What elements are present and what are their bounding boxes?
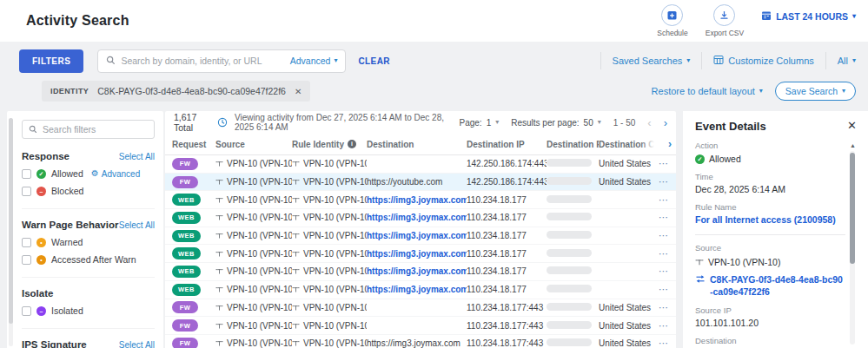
tunnel-icon <box>292 322 300 330</box>
destination-country: United States <box>599 159 654 168</box>
destination-link[interactable]: https://img3.joymax.com <box>367 249 467 259</box>
source-cell: VPN-10 (VPN-10) <box>215 303 292 312</box>
row-actions-menu[interactable]: ⋯ <box>654 320 676 332</box>
row-actions-menu[interactable]: ⋯ <box>654 284 676 295</box>
scroll-up-arrow-icon[interactable]: ▲ <box>850 142 856 148</box>
schedule-button[interactable]: Schedule <box>657 4 687 37</box>
row-actions-menu[interactable]: ⋯ <box>654 266 676 277</box>
saved-searches-dropdown[interactable]: Saved Searches ▾ <box>613 56 691 66</box>
checkbox[interactable] <box>22 306 31 316</box>
export-csv-button[interactable]: Export CSV <box>706 4 744 37</box>
table-row[interactable]: FW VPN-10 (VPN-10) VPN-10 (VPN-10) https… <box>165 335 676 348</box>
chevron-down-icon: ▾ <box>598 119 601 126</box>
checkbox[interactable] <box>22 187 31 196</box>
row-actions-menu[interactable]: ⋯ <box>654 338 676 348</box>
source-cell: VPN-10 (VPN-10) <box>215 249 292 259</box>
table-row[interactable]: FW VPN-10 (VPN-10) VPN-10 (VPN-10) 142.2… <box>165 155 676 174</box>
rule-identity-cell: VPN-10 (VPN-10) <box>292 159 367 168</box>
close-icon[interactable]: ✕ <box>847 120 857 131</box>
table-row[interactable]: FW VPN-10 (VPN-10) VPN-10 (VPN-10) 110.2… <box>165 299 676 318</box>
select-all-link[interactable]: Select All <box>119 220 155 230</box>
rule-identity-cell: VPN-10 (VPN-10) <box>292 231 367 240</box>
destination-link[interactable]: https://img3.joymax.com <box>367 195 467 205</box>
advanced-filter-link[interactable]: ⚙ Advanced <box>91 169 140 179</box>
clear-button[interactable]: CLEAR <box>358 56 389 66</box>
filter-section-header: Warn Page Behavior Select All <box>22 220 155 230</box>
row-actions-menu[interactable]: ⋯ <box>654 212 676 223</box>
previous-page-button[interactable]: ‹ <box>647 117 651 128</box>
advanced-search-dropdown[interactable]: Advanced ▾ <box>290 56 338 66</box>
row-actions-menu[interactable]: ⋯ <box>654 158 676 169</box>
checkbox[interactable] <box>22 169 31 179</box>
filter-search-box <box>22 120 155 139</box>
page-value: 1 <box>487 118 492 128</box>
chip-type-label: IDENTITY <box>42 87 97 95</box>
page-title: Activity Search <box>26 13 129 29</box>
applied-filters-row: IDENTITY C8K-PAYG-0f3-d4e8-4ea8-bc90-ca0… <box>19 80 856 102</box>
results-per-page-dropdown[interactable]: Results per page: 50 ▾ <box>511 118 601 128</box>
divider <box>600 52 601 69</box>
destination-link[interactable]: https://img3.joymax.com <box>367 266 467 276</box>
table-row[interactable]: WEB VPN-10 (VPN-10) VPN-10 (VPN-10) http… <box>165 245 676 263</box>
chevron-down-icon: ▾ <box>842 88 845 95</box>
table-row[interactable]: WEB VPN-10 (VPN-10) VPN-10 (VPN-10) http… <box>165 281 676 299</box>
filter-option[interactable]: • Warned <box>22 237 155 247</box>
save-search-label: Save Search <box>785 86 838 96</box>
filter-section-title: IPS Signature <box>22 339 87 348</box>
panel-scrollbar-thumb[interactable] <box>850 153 855 264</box>
table-header: Request Source Rule Identity i Destinati… <box>165 134 676 155</box>
filter-option[interactable]: • Accessed After Warn <box>22 254 155 265</box>
sidebar-scrollbar-thumb[interactable] <box>9 118 13 324</box>
loading-skeleton <box>547 195 592 203</box>
request-type-badge: FW <box>172 301 198 313</box>
table-row[interactable]: FW VPN-10 (VPN-10) VPN-10 (VPN-10) https… <box>165 174 676 192</box>
page-dropdown[interactable]: Page: 1 ▾ <box>459 118 499 128</box>
source-cell: VPN-10 (VPN-10) <box>215 285 292 294</box>
row-actions-menu[interactable]: ⋯ <box>654 248 676 259</box>
filters-button[interactable]: FILTERS <box>19 49 83 73</box>
table-row[interactable]: WEB VPN-10 (VPN-10) VPN-10 (VPN-10) http… <box>165 227 676 246</box>
filter-option[interactable]: – Blocked <box>22 186 155 196</box>
tunnel-icon <box>292 339 300 347</box>
source-cell: VPN-10 (VPN-10) <box>215 321 292 331</box>
row-actions-menu[interactable]: ⋯ <box>654 194 676 206</box>
filter-option[interactable]: ✓ Allowed ⚙ Advanced <box>22 168 155 179</box>
checkbox[interactable] <box>22 255 31 265</box>
filter-search-input[interactable] <box>43 124 148 135</box>
row-actions-menu[interactable]: ⋯ <box>654 176 676 187</box>
save-search-button[interactable]: Save Search ▾ <box>775 82 856 101</box>
restore-default-layout-dropdown[interactable]: Restore to default layout ▾ <box>652 86 763 96</box>
rule-name-link[interactable]: For all Internet access (2100958) <box>695 214 836 225</box>
table-row[interactable]: WEB VPN-10 (VPN-10) VPN-10 (VPN-10) http… <box>165 209 676 227</box>
search-input[interactable] <box>121 56 284 66</box>
export-csv-label: Export CSV <box>706 29 744 37</box>
destination-link[interactable]: https://img3.joymax.com <box>367 231 467 240</box>
table-row[interactable]: WEB VPN-10 (VPN-10) VPN-10 (VPN-10) http… <box>165 191 676 209</box>
destination-link[interactable]: https://img3.joymax.com <box>367 213 467 222</box>
scroll-columns-right-chevron[interactable]: › <box>668 138 672 150</box>
customize-columns-button[interactable]: Customize Columns <box>713 55 813 67</box>
search-icon <box>29 121 37 137</box>
table-row[interactable]: WEB VPN-10 (VPN-10) VPN-10 (VPN-10) http… <box>165 263 676 281</box>
next-page-button[interactable]: › <box>664 117 667 128</box>
identity-link[interactable]: C8K-PAYG-0f3-d4e8-4ea8-bc90-ca09e47f22f6 <box>710 274 845 298</box>
table-row[interactable]: FW VPN-10 (VPN-10) VPN-10 (VPN-10) 110.2… <box>165 317 676 335</box>
sidebar-scrollbar[interactable] <box>9 118 13 346</box>
destination-link[interactable]: https://img3.joymax.com <box>367 338 461 348</box>
source-cell: VPN-10 (VPN-10) <box>215 177 292 187</box>
destination-link[interactable]: https://img3.joymax.com <box>367 285 467 294</box>
all-dropdown[interactable]: All ▾ <box>838 56 856 66</box>
row-actions-menu[interactable]: ⋯ <box>654 230 676 241</box>
select-all-link[interactable]: Select All <box>119 340 155 348</box>
destination-ip: 110.234.18.177 <box>467 195 547 205</box>
checkbox[interactable] <box>22 238 31 247</box>
time-range-dropdown[interactable]: LAST 24 HOURS ▾ <box>761 10 856 23</box>
filter-option[interactable]: – Isolated <box>22 305 155 316</box>
select-all-link[interactable]: Select All <box>119 152 155 161</box>
chip-close-icon[interactable]: ✕ <box>286 87 310 96</box>
row-actions-menu[interactable]: ⋯ <box>654 302 676 313</box>
filter-row-right: Saved Searches ▾ Customize Columns All ▾ <box>600 52 856 69</box>
destination-link[interactable]: https://youtube.com <box>367 177 442 187</box>
info-icon[interactable]: i <box>348 140 356 148</box>
chevron-down-icon: ▾ <box>686 57 690 64</box>
